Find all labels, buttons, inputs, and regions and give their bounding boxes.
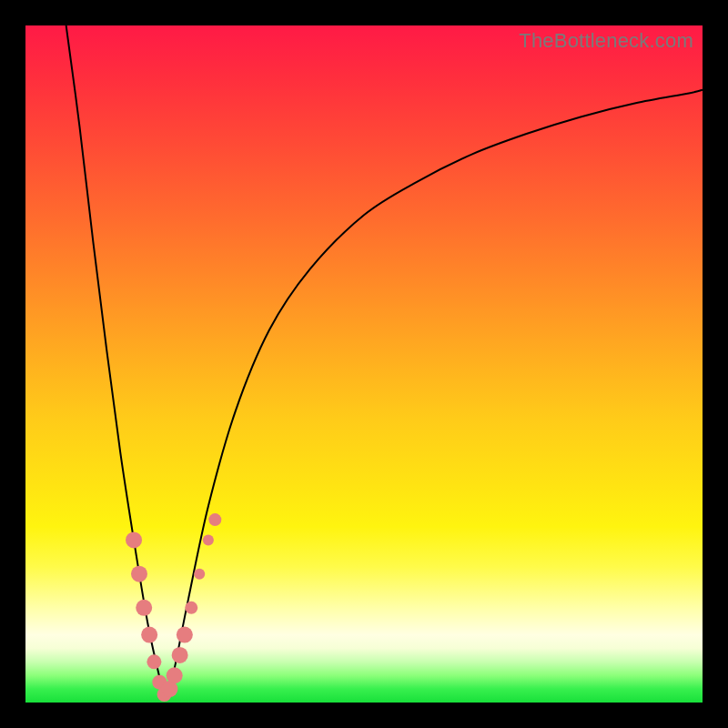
data-marker — [167, 667, 183, 683]
chart-container: TheBottleneck.com — [0, 0, 728, 728]
right-branch-line — [167, 90, 703, 696]
attribution-watermark: TheBottleneck.com — [519, 29, 693, 53]
data-marker — [185, 602, 197, 614]
data-marker — [194, 569, 205, 580]
markers-group — [126, 513, 221, 702]
data-marker — [141, 627, 157, 643]
left-branch-line — [66, 25, 165, 696]
data-marker — [172, 647, 188, 663]
chart-svg — [25, 25, 703, 703]
data-marker — [126, 531, 142, 548]
data-marker — [147, 654, 161, 669]
data-marker — [136, 600, 152, 616]
data-marker — [208, 513, 221, 526]
data-marker — [131, 566, 147, 582]
data-marker — [177, 627, 193, 643]
plot-area: TheBottleneck.com — [25, 25, 703, 703]
data-marker — [203, 534, 214, 545]
